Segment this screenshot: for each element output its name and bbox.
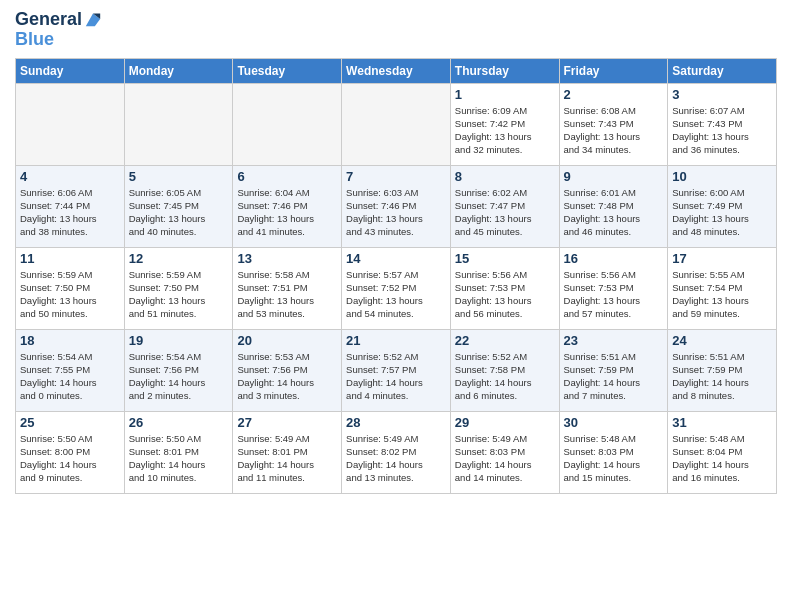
day-number: 31 (672, 415, 772, 430)
calendar-cell: 11Sunrise: 5:59 AM Sunset: 7:50 PM Dayli… (16, 247, 125, 329)
logo-text: General (15, 10, 82, 30)
calendar-cell: 22Sunrise: 5:52 AM Sunset: 7:58 PM Dayli… (450, 329, 559, 411)
weekday-header-wednesday: Wednesday (342, 58, 451, 83)
calendar-cell: 3Sunrise: 6:07 AM Sunset: 7:43 PM Daylig… (668, 83, 777, 165)
calendar-cell: 15Sunrise: 5:56 AM Sunset: 7:53 PM Dayli… (450, 247, 559, 329)
day-number: 29 (455, 415, 555, 430)
day-number: 19 (129, 333, 229, 348)
day-detail: Sunrise: 6:02 AM Sunset: 7:47 PM Dayligh… (455, 186, 555, 239)
calendar-cell: 23Sunrise: 5:51 AM Sunset: 7:59 PM Dayli… (559, 329, 668, 411)
day-detail: Sunrise: 5:51 AM Sunset: 7:59 PM Dayligh… (564, 350, 664, 403)
day-number: 30 (564, 415, 664, 430)
day-number: 9 (564, 169, 664, 184)
day-number: 6 (237, 169, 337, 184)
calendar-cell (16, 83, 125, 165)
day-number: 15 (455, 251, 555, 266)
day-detail: Sunrise: 6:08 AM Sunset: 7:43 PM Dayligh… (564, 104, 664, 157)
day-detail: Sunrise: 5:49 AM Sunset: 8:03 PM Dayligh… (455, 432, 555, 485)
calendar-cell: 16Sunrise: 5:56 AM Sunset: 7:53 PM Dayli… (559, 247, 668, 329)
day-number: 28 (346, 415, 446, 430)
day-number: 26 (129, 415, 229, 430)
day-number: 3 (672, 87, 772, 102)
weekday-header-monday: Monday (124, 58, 233, 83)
day-detail: Sunrise: 6:03 AM Sunset: 7:46 PM Dayligh… (346, 186, 446, 239)
calendar-cell (342, 83, 451, 165)
day-detail: Sunrise: 5:49 AM Sunset: 8:01 PM Dayligh… (237, 432, 337, 485)
calendar-cell: 21Sunrise: 5:52 AM Sunset: 7:57 PM Dayli… (342, 329, 451, 411)
header: General Blue (15, 10, 777, 50)
day-number: 12 (129, 251, 229, 266)
day-detail: Sunrise: 5:55 AM Sunset: 7:54 PM Dayligh… (672, 268, 772, 321)
day-detail: Sunrise: 5:53 AM Sunset: 7:56 PM Dayligh… (237, 350, 337, 403)
day-detail: Sunrise: 5:51 AM Sunset: 7:59 PM Dayligh… (672, 350, 772, 403)
calendar-cell: 13Sunrise: 5:58 AM Sunset: 7:51 PM Dayli… (233, 247, 342, 329)
calendar-cell: 20Sunrise: 5:53 AM Sunset: 7:56 PM Dayli… (233, 329, 342, 411)
day-number: 8 (455, 169, 555, 184)
calendar-cell: 28Sunrise: 5:49 AM Sunset: 8:02 PM Dayli… (342, 411, 451, 493)
calendar-cell: 14Sunrise: 5:57 AM Sunset: 7:52 PM Dayli… (342, 247, 451, 329)
calendar-cell: 19Sunrise: 5:54 AM Sunset: 7:56 PM Dayli… (124, 329, 233, 411)
logo: General Blue (15, 10, 102, 50)
calendar-cell (124, 83, 233, 165)
calendar-cell: 31Sunrise: 5:48 AM Sunset: 8:04 PM Dayli… (668, 411, 777, 493)
calendar-cell: 26Sunrise: 5:50 AM Sunset: 8:01 PM Dayli… (124, 411, 233, 493)
calendar-cell: 25Sunrise: 5:50 AM Sunset: 8:00 PM Dayli… (16, 411, 125, 493)
day-detail: Sunrise: 5:58 AM Sunset: 7:51 PM Dayligh… (237, 268, 337, 321)
day-number: 5 (129, 169, 229, 184)
day-detail: Sunrise: 6:05 AM Sunset: 7:45 PM Dayligh… (129, 186, 229, 239)
calendar-cell: 4Sunrise: 6:06 AM Sunset: 7:44 PM Daylig… (16, 165, 125, 247)
day-number: 23 (564, 333, 664, 348)
calendar-cell: 5Sunrise: 6:05 AM Sunset: 7:45 PM Daylig… (124, 165, 233, 247)
day-detail: Sunrise: 5:49 AM Sunset: 8:02 PM Dayligh… (346, 432, 446, 485)
day-number: 13 (237, 251, 337, 266)
day-detail: Sunrise: 6:00 AM Sunset: 7:49 PM Dayligh… (672, 186, 772, 239)
calendar-cell: 24Sunrise: 5:51 AM Sunset: 7:59 PM Dayli… (668, 329, 777, 411)
calendar-cell (233, 83, 342, 165)
calendar-cell: 18Sunrise: 5:54 AM Sunset: 7:55 PM Dayli… (16, 329, 125, 411)
calendar-week-row: 4Sunrise: 6:06 AM Sunset: 7:44 PM Daylig… (16, 165, 777, 247)
calendar-week-row: 25Sunrise: 5:50 AM Sunset: 8:00 PM Dayli… (16, 411, 777, 493)
calendar-cell: 27Sunrise: 5:49 AM Sunset: 8:01 PM Dayli… (233, 411, 342, 493)
day-number: 21 (346, 333, 446, 348)
calendar-cell: 7Sunrise: 6:03 AM Sunset: 7:46 PM Daylig… (342, 165, 451, 247)
weekday-header-tuesday: Tuesday (233, 58, 342, 83)
day-number: 27 (237, 415, 337, 430)
day-detail: Sunrise: 5:52 AM Sunset: 7:58 PM Dayligh… (455, 350, 555, 403)
logo-blue: Blue (15, 30, 102, 50)
calendar-cell: 10Sunrise: 6:00 AM Sunset: 7:49 PM Dayli… (668, 165, 777, 247)
calendar-cell: 1Sunrise: 6:09 AM Sunset: 7:42 PM Daylig… (450, 83, 559, 165)
day-number: 10 (672, 169, 772, 184)
day-detail: Sunrise: 6:06 AM Sunset: 7:44 PM Dayligh… (20, 186, 120, 239)
weekday-header-thursday: Thursday (450, 58, 559, 83)
day-detail: Sunrise: 5:50 AM Sunset: 8:01 PM Dayligh… (129, 432, 229, 485)
day-number: 7 (346, 169, 446, 184)
day-detail: Sunrise: 5:48 AM Sunset: 8:04 PM Dayligh… (672, 432, 772, 485)
day-detail: Sunrise: 5:56 AM Sunset: 7:53 PM Dayligh… (564, 268, 664, 321)
calendar-cell: 6Sunrise: 6:04 AM Sunset: 7:46 PM Daylig… (233, 165, 342, 247)
day-detail: Sunrise: 5:48 AM Sunset: 8:03 PM Dayligh… (564, 432, 664, 485)
day-detail: Sunrise: 6:09 AM Sunset: 7:42 PM Dayligh… (455, 104, 555, 157)
calendar-cell: 8Sunrise: 6:02 AM Sunset: 7:47 PM Daylig… (450, 165, 559, 247)
calendar-cell: 2Sunrise: 6:08 AM Sunset: 7:43 PM Daylig… (559, 83, 668, 165)
day-detail: Sunrise: 5:57 AM Sunset: 7:52 PM Dayligh… (346, 268, 446, 321)
calendar-cell: 12Sunrise: 5:59 AM Sunset: 7:50 PM Dayli… (124, 247, 233, 329)
calendar-cell: 29Sunrise: 5:49 AM Sunset: 8:03 PM Dayli… (450, 411, 559, 493)
day-number: 20 (237, 333, 337, 348)
weekday-header-friday: Friday (559, 58, 668, 83)
calendar-cell: 9Sunrise: 6:01 AM Sunset: 7:48 PM Daylig… (559, 165, 668, 247)
logo-icon (84, 10, 102, 28)
calendar-week-row: 1Sunrise: 6:09 AM Sunset: 7:42 PM Daylig… (16, 83, 777, 165)
calendar-week-row: 18Sunrise: 5:54 AM Sunset: 7:55 PM Dayli… (16, 329, 777, 411)
weekday-header-row: SundayMondayTuesdayWednesdayThursdayFrid… (16, 58, 777, 83)
day-number: 14 (346, 251, 446, 266)
day-detail: Sunrise: 5:56 AM Sunset: 7:53 PM Dayligh… (455, 268, 555, 321)
day-number: 11 (20, 251, 120, 266)
day-detail: Sunrise: 6:01 AM Sunset: 7:48 PM Dayligh… (564, 186, 664, 239)
day-number: 22 (455, 333, 555, 348)
day-detail: Sunrise: 5:50 AM Sunset: 8:00 PM Dayligh… (20, 432, 120, 485)
day-number: 1 (455, 87, 555, 102)
day-number: 17 (672, 251, 772, 266)
day-number: 16 (564, 251, 664, 266)
calendar-table: SundayMondayTuesdayWednesdayThursdayFrid… (15, 58, 777, 494)
day-number: 4 (20, 169, 120, 184)
